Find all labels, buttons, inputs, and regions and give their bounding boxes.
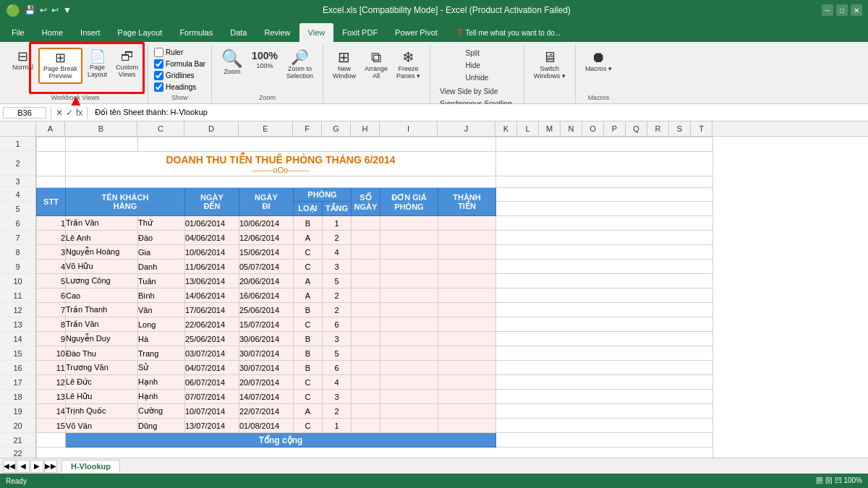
row-6[interactable]: 6: [0, 216, 36, 231]
so-ngay-10[interactable]: [352, 346, 380, 361]
col-header-q[interactable]: Q: [626, 121, 647, 136]
cancel-formula-icon[interactable]: ✕: [56, 108, 63, 118]
row-11[interactable]: 11: [0, 288, 36, 303]
tang-12[interactable]: 4: [323, 375, 352, 390]
ngay-den-11[interactable]: 04/07/2014: [185, 361, 239, 375]
tab-foxit[interactable]: Foxit PDF: [333, 23, 386, 42]
tab-home[interactable]: Home: [33, 23, 72, 42]
ngay-di-4[interactable]: 05/07/2014: [239, 260, 294, 274]
ho-15[interactable]: Võ Văn: [66, 419, 138, 433]
tang-11[interactable]: 6: [323, 361, 352, 375]
col-header-k[interactable]: K: [495, 121, 517, 136]
ngay-den-9[interactable]: 25/06/2014: [185, 332, 239, 346]
close-button[interactable]: ✕: [851, 4, 862, 16]
loai-15[interactable]: C: [294, 419, 323, 433]
stt-2[interactable]: 2: [37, 231, 66, 245]
cell-k7[interactable]: [496, 231, 713, 245]
col-header-d[interactable]: D: [184, 121, 239, 136]
tang-6[interactable]: 2: [323, 288, 352, 303]
cell-a3[interactable]: [37, 176, 66, 188]
so-ngay-13[interactable]: [352, 390, 380, 404]
row-7[interactable]: 7: [0, 231, 36, 245]
ngay-di-15[interactable]: 01/08/2014: [239, 419, 294, 433]
ngay-den-15[interactable]: 13/07/2014: [185, 419, 239, 433]
loai-4[interactable]: C: [294, 260, 323, 274]
thanh-tien-15[interactable]: [438, 419, 496, 433]
col-header-i[interactable]: I: [380, 121, 438, 136]
row-12[interactable]: 12: [0, 303, 36, 317]
ten-7[interactable]: Vân: [138, 303, 185, 317]
cell-k2[interactable]: [496, 152, 713, 176]
row-5[interactable]: 5: [0, 202, 36, 216]
don-gia-15[interactable]: [380, 419, 438, 433]
ngay-den-5[interactable]: 13/06/2014: [185, 274, 239, 288]
formula-bar-checkbox[interactable]: Formula Bar: [154, 59, 205, 69]
quick-dropdown[interactable]: ▼: [63, 5, 72, 15]
col-header-o[interactable]: O: [582, 121, 604, 136]
sheet-nav-first[interactable]: ◀◀: [3, 460, 16, 473]
cell-k11[interactable]: [496, 288, 713, 303]
header-stt[interactable]: STT: [37, 188, 66, 216]
so-ngay-9[interactable]: [352, 332, 380, 346]
stt-12[interactable]: 12: [37, 375, 66, 390]
tang-15[interactable]: 1: [323, 419, 352, 433]
so-ngay-1[interactable]: [352, 216, 380, 231]
ho-2[interactable]: Lê Anh: [66, 231, 138, 245]
ngay-di-6[interactable]: 16/06/2014: [239, 288, 294, 303]
so-ngay-3[interactable]: [352, 245, 380, 260]
loai-2[interactable]: A: [294, 231, 323, 245]
tab-power-pivot[interactable]: Power Pivot: [386, 23, 446, 42]
ngay-den-2[interactable]: 04/06/2014: [185, 231, 239, 245]
minimize-button[interactable]: ─: [822, 4, 833, 16]
quick-save[interactable]: 💾: [25, 5, 35, 15]
row-21[interactable]: 21: [0, 433, 36, 448]
cell-c1[interactable]: [138, 137, 496, 152]
freeze-panes-button[interactable]: ❄ FreezePanes ▾: [393, 48, 424, 82]
ngay-den-3[interactable]: 10/06/2014: [185, 245, 239, 260]
row-19[interactable]: 19: [0, 404, 36, 419]
loai-5[interactable]: A: [294, 274, 323, 288]
cell-k14[interactable]: [496, 332, 713, 346]
headings-checkbox[interactable]: Headings: [154, 82, 196, 92]
ten-11[interactable]: Sử: [138, 361, 185, 375]
thanh-tien-8[interactable]: [438, 317, 496, 332]
sheet-tab-h-vlookup[interactable]: H-Vlookup: [61, 460, 120, 472]
cell-k16[interactable]: [496, 361, 713, 375]
formula-input[interactable]: [92, 108, 865, 118]
cell-k9[interactable]: [496, 260, 713, 274]
ngay-di-10[interactable]: 30/07/2014: [239, 346, 294, 361]
thanh-tien-4[interactable]: [438, 260, 496, 274]
ten-6[interactable]: Bình: [138, 288, 185, 303]
cell-k17[interactable]: [496, 375, 713, 390]
don-gia-3[interactable]: [380, 245, 438, 260]
row-22[interactable]: 22: [0, 448, 36, 458]
macros-button[interactable]: ⏺ Macros ▾: [582, 48, 616, 75]
thanh-tien-6[interactable]: [438, 288, 496, 303]
thanh-tien-5[interactable]: [438, 274, 496, 288]
ten-12[interactable]: Hạnh: [138, 375, 185, 390]
tab-view[interactable]: View: [299, 23, 334, 42]
new-window-button[interactable]: ⊞ NewWindow: [329, 48, 359, 82]
stt-10[interactable]: 10: [37, 346, 66, 361]
don-gia-5[interactable]: [380, 274, 438, 288]
ten-10[interactable]: Trang: [138, 346, 185, 361]
tang-10[interactable]: 5: [323, 346, 352, 361]
don-gia-14[interactable]: [380, 404, 438, 419]
cell-k15[interactable]: [496, 346, 713, 361]
formula-bar-check[interactable]: [154, 59, 163, 69]
ho-11[interactable]: Trương Văn: [66, 361, 138, 375]
ngay-den-6[interactable]: 14/06/2014: [185, 288, 239, 303]
ho-12[interactable]: Lê Đức: [66, 375, 138, 390]
ho-13[interactable]: Lê Hữu: [66, 390, 138, 404]
don-gia-11[interactable]: [380, 361, 438, 375]
stt-9[interactable]: 9: [37, 332, 66, 346]
loai-12[interactable]: C: [294, 375, 323, 390]
ten-13[interactable]: Hạnh: [138, 390, 185, 404]
quick-undo[interactable]: ↩: [40, 5, 47, 15]
row-9[interactable]: 9: [0, 260, 36, 274]
don-gia-12[interactable]: [380, 375, 438, 390]
don-gia-9[interactable]: [380, 332, 438, 346]
ngay-den-1[interactable]: 01/06/2014: [185, 216, 239, 231]
stt-7[interactable]: 7: [37, 303, 66, 317]
loai-9[interactable]: B: [294, 332, 323, 346]
